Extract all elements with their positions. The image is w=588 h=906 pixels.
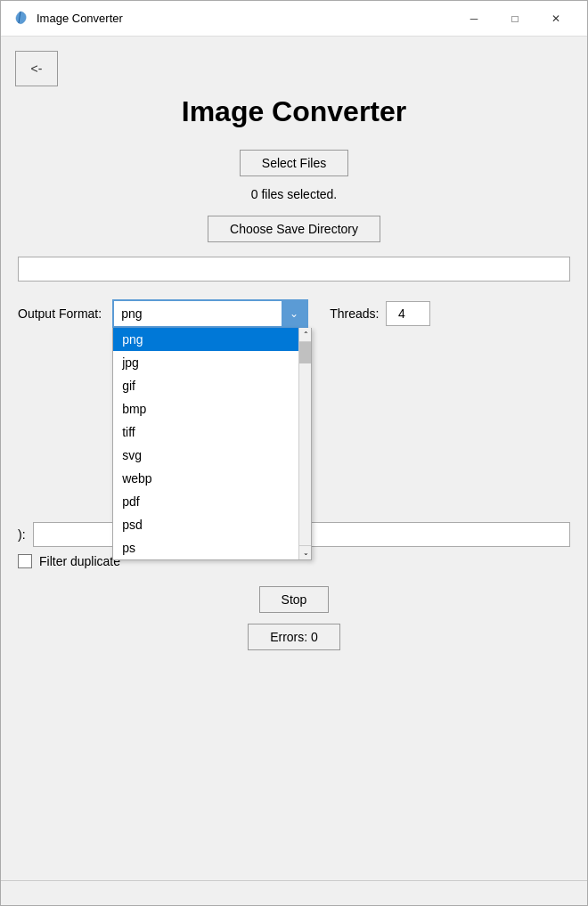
dropdown-scrollbar[interactable]: ⌃ ⌄ (298, 328, 311, 559)
threads-input[interactable] (386, 301, 430, 326)
filter-checkbox[interactable] (18, 554, 32, 568)
window-controls: ─ □ ✕ (453, 5, 576, 32)
format-option-ps[interactable]: ps (113, 536, 311, 559)
format-dropdown-wrapper: png ⌄ png jpg gif bmp tiff svg webp pdf … (112, 299, 308, 328)
status-bar (1, 880, 587, 905)
format-option-png[interactable]: png (113, 328, 311, 351)
threads-label: Threads: (330, 306, 379, 321)
dropdown-arrow-icon: ⌄ (282, 301, 306, 326)
scrollbar-up-icon[interactable]: ⌃ (299, 328, 311, 342)
format-option-gif[interactable]: gif (113, 374, 311, 397)
convert-stop-row: Stop (259, 586, 330, 613)
format-option-psd[interactable]: psd (113, 513, 311, 536)
errors-display: Errors: 0 (248, 624, 340, 650)
scrollbar-thumb[interactable] (299, 342, 311, 363)
format-option-svg[interactable]: svg (113, 444, 311, 467)
bottom-buttons: Stop Errors: 0 (18, 586, 570, 650)
suffix-label: ): (18, 527, 26, 542)
output-format-label: Output Format: (18, 306, 102, 321)
title-bar: Image Converter ─ □ ✕ (1, 1, 587, 37)
format-row: Output Format: png ⌄ png jpg gif bmp tif… (18, 299, 570, 328)
back-button[interactable]: <- (15, 51, 58, 86)
stop-button[interactable]: Stop (259, 586, 330, 613)
app-icon (12, 10, 29, 28)
format-option-tiff[interactable]: tiff (113, 420, 311, 444)
format-dropdown-list: png jpg gif bmp tiff svg webp pdf psd ps… (112, 328, 312, 560)
close-button[interactable]: ✕ (535, 5, 576, 32)
format-option-pdf[interactable]: pdf (113, 490, 311, 513)
format-option-jpg[interactable]: jpg (113, 351, 311, 374)
window-title: Image Converter (37, 12, 453, 25)
format-option-webp[interactable]: webp (113, 467, 311, 490)
content-area: <- Image Converter Select Files 0 files … (1, 37, 587, 880)
format-selected-value: png (121, 306, 299, 321)
main-window: Image Converter ─ □ ✕ <- Image Converter… (0, 0, 588, 906)
choose-directory-button[interactable]: Choose Save Directory (208, 216, 380, 242)
select-files-button[interactable]: Select Files (240, 150, 348, 176)
app-title: Image Converter (182, 95, 407, 128)
format-option-bmp[interactable]: bmp (113, 397, 311, 420)
filter-label: Filter duplicate (39, 554, 120, 568)
scrollbar-down-icon[interactable]: ⌄ (299, 545, 311, 559)
minimize-button[interactable]: ─ (453, 5, 494, 32)
format-select[interactable]: png ⌄ (112, 299, 308, 328)
maximize-button[interactable]: □ (494, 5, 535, 32)
directory-input[interactable] (18, 257, 570, 282)
files-selected-label: 0 files selected. (251, 187, 338, 201)
